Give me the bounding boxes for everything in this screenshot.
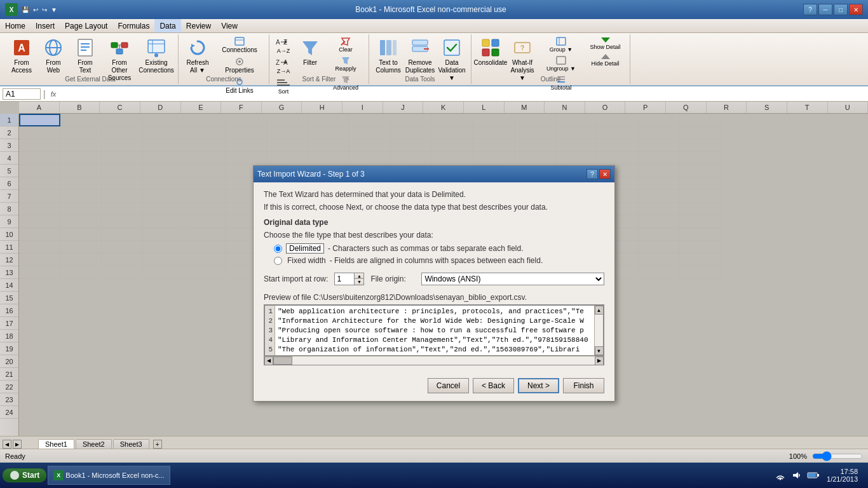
spinner-down-button[interactable]: ▼: [355, 279, 363, 285]
dialog-close-button[interactable]: ✕: [599, 169, 611, 179]
svg-point-61: [10, 471, 19, 480]
next-button[interactable]: Next >: [518, 378, 559, 393]
from-other-sources-icon: [109, 37, 130, 58]
fixed-width-radio[interactable]: [274, 257, 282, 265]
minimize-button[interactable]: ─: [818, 4, 832, 15]
zoom-slider[interactable]: [812, 451, 863, 461]
customize-qa-button[interactable]: ▼: [50, 5, 58, 15]
preview-line-num-3: 3: [267, 326, 273, 336]
save-button[interactable]: 💾: [20, 5, 31, 15]
sort-za-button[interactable]: ZA Z→A: [273, 56, 294, 76]
menu-view[interactable]: View: [216, 19, 243, 32]
sheet-scroll-right-button[interactable]: ▶: [13, 440, 22, 449]
start-button[interactable]: Start: [3, 468, 46, 482]
group-button[interactable]: Group ▼: [539, 36, 583, 54]
battery-tray-icon[interactable]: [806, 468, 820, 482]
preview-horizontal-scrollbar[interactable]: ◀ ▶: [264, 356, 604, 365]
new-sheet-button[interactable]: +: [153, 440, 162, 449]
title-bar: X 💾 ↩ ↪ ▼ Book1 - Microsoft Excel non-co…: [0, 0, 868, 19]
clear-button[interactable]: Clear: [327, 36, 365, 54]
connections-sm-button[interactable]: Connections: [214, 36, 265, 55]
filter-icon: [300, 37, 320, 58]
properties-button[interactable]: Properties: [214, 56, 265, 75]
menu-insert[interactable]: Insert: [31, 19, 60, 32]
svg-rect-50: [492, 49, 499, 56]
preview-hscroll-right-button[interactable]: ▶: [595, 356, 604, 365]
remove-duplicates-button[interactable]: RemoveDuplicates: [405, 36, 435, 76]
file-origin-select[interactable]: Windows (ANSI) MS-DOS (PC-8) Unicode (UT…: [421, 273, 604, 285]
delimited-radio[interactable]: [274, 245, 282, 253]
sheet-tab-1[interactable]: Sheet1: [38, 439, 74, 449]
from-text-label: FromText: [78, 59, 92, 74]
sheet-tab-3[interactable]: Sheet3: [113, 439, 149, 449]
menu-page-layout[interactable]: Page Layout: [60, 19, 112, 32]
filter-button[interactable]: Filter: [295, 36, 325, 68]
refresh-all-button[interactable]: RefreshAll ▼: [182, 36, 213, 76]
svg-rect-14: [148, 40, 165, 53]
sheet-scroll-left-button[interactable]: ◀: [3, 440, 11, 449]
svg-rect-55: [557, 57, 566, 64]
remove-duplicates-icon: [410, 37, 430, 58]
help-button[interactable]: ?: [803, 4, 817, 15]
text-import-wizard-dialog: Text Import Wizard - Step 1 of 3 ? ✕ The…: [253, 165, 615, 402]
ungroup-button[interactable]: Ungroup ▼: [539, 55, 583, 73]
maximize-button[interactable]: □: [834, 4, 848, 15]
svg-rect-41: [386, 40, 391, 55]
dialog-title-bar: Text Import Wizard - Step 1 of 3 ? ✕: [254, 166, 614, 182]
excel-taskbar-button[interactable]: X Book1 - Microsoft Excel non-c...: [48, 466, 170, 485]
start-import-input[interactable]: [335, 273, 354, 285]
file-origin-dropdown[interactable]: Windows (ANSI) MS-DOS (PC-8) Unicode (UT…: [422, 273, 604, 285]
preview-hscroll-thumb[interactable]: [273, 356, 292, 365]
svg-rect-53: [557, 37, 566, 45]
get-external-data-label: Get External Data: [3, 76, 178, 83]
ribbon: A FromAccess FromWeb From: [0, 33, 868, 86]
dialog-help-button[interactable]: ?: [587, 169, 598, 179]
reapply-button[interactable]: Reapply: [327, 55, 365, 73]
menu-review[interactable]: Review: [181, 19, 216, 32]
hide-detail-button[interactable]: Hide Detail: [585, 52, 626, 68]
from-web-icon: [43, 37, 64, 58]
menu-formulas[interactable]: Formulas: [112, 19, 154, 32]
preview-hscroll-track[interactable]: [273, 356, 595, 365]
show-detail-button[interactable]: Show Detail: [585, 36, 626, 51]
back-button[interactable]: < Back: [473, 378, 514, 393]
finish-button[interactable]: Finish: [563, 378, 604, 393]
svg-rect-42: [393, 40, 397, 55]
start-label: Start: [22, 471, 39, 480]
svg-rect-40: [380, 40, 385, 55]
menu-home[interactable]: Home: [0, 19, 31, 32]
svg-rect-46: [444, 40, 459, 55]
consolidate-button[interactable]: Consolidate: [475, 36, 506, 68]
preview-line-4: "Library and Information Center Manageme…: [278, 336, 592, 345]
undo-button[interactable]: ↩: [32, 5, 39, 15]
from-web-button[interactable]: FromWeb: [38, 36, 69, 76]
close-button[interactable]: ✕: [849, 4, 863, 15]
sheet-tab-2[interactable]: Sheet2: [76, 439, 112, 449]
dialog-body: The Text Wizard has determined that your…: [254, 182, 614, 373]
clock-time: 17:58: [827, 468, 858, 475]
spreadsheet-wrapper: A B C D E F G H I J K L M N O P Q R S T …: [0, 102, 868, 436]
from-access-button[interactable]: A FromAccess: [6, 36, 37, 76]
network-tray-icon[interactable]: [773, 468, 787, 482]
preview-scroll-down-button[interactable]: ▼: [595, 346, 604, 355]
what-if-icon: ?: [512, 37, 532, 58]
system-clock: 17:58 1/21/2013: [823, 468, 862, 483]
cancel-button[interactable]: Cancel: [428, 378, 469, 393]
preview-scroll-track[interactable]: [595, 315, 603, 346]
sort-az-button[interactable]: AZ A→Z: [273, 36, 294, 55]
text-to-columns-button[interactable]: Text toColumns: [373, 36, 403, 76]
text-to-columns-icon: [378, 37, 398, 58]
start-import-spinner[interactable]: ▲ ▼: [334, 273, 364, 285]
preview-hscroll-left-button[interactable]: ◀: [264, 356, 273, 365]
svg-rect-47: [482, 39, 489, 46]
preview-scroll-up-button[interactable]: ▲: [595, 306, 604, 315]
preview-line-num-1: 1: [267, 307, 273, 316]
preview-vertical-scrollbar[interactable]: ▲ ▼: [594, 306, 603, 355]
spinner-up-button[interactable]: ▲: [355, 273, 363, 279]
system-tray: 17:58 1/21/2013: [770, 468, 865, 483]
from-text-button[interactable]: FromText: [70, 36, 100, 76]
menu-data[interactable]: Data: [154, 19, 180, 32]
redo-button[interactable]: ↪: [41, 5, 48, 15]
volume-tray-icon[interactable]: [790, 468, 804, 482]
existing-connections-button[interactable]: ExistingConnections: [139, 36, 174, 76]
